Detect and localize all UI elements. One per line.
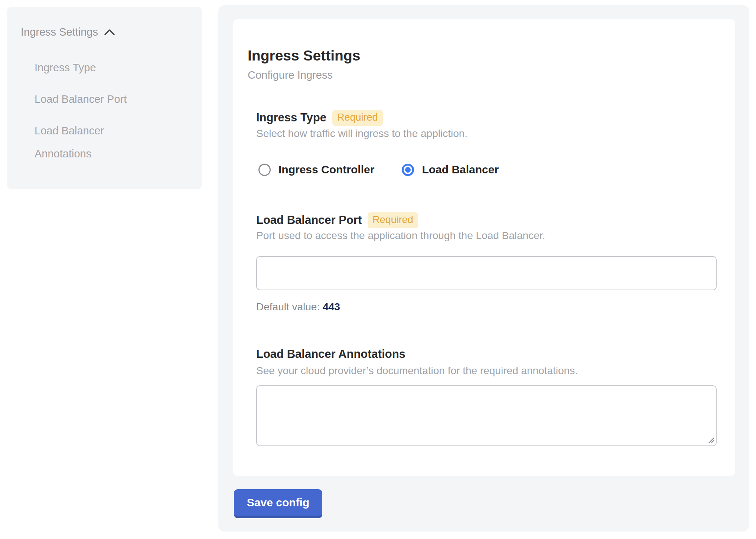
sidebar-item-load-balancer-annotations[interactable]: Load Balancer Annotations — [35, 119, 157, 165]
load-balancer-port-section-heading: Load Balancer Port Required — [256, 212, 418, 228]
ingress-type-description: Select how traffic will ingress to the a… — [256, 128, 467, 140]
load-balancer-annotations-heading-text: Load Balancer Annotations — [256, 347, 405, 361]
load-balancer-port-input[interactable] — [256, 256, 717, 290]
ingress-type-section-heading: Ingress Type Required — [256, 110, 383, 126]
radio-option-load-balancer[interactable]: Load Balancer — [402, 163, 499, 176]
load-balancer-port-description: Port used to access the application thro… — [256, 230, 545, 242]
load-balancer-annotations-description: See your cloud provider’s documentation … — [256, 365, 578, 377]
default-value-number: 443 — [323, 301, 340, 313]
resize-handle-icon[interactable] — [707, 435, 715, 444]
ingress-type-heading-text: Ingress Type — [256, 111, 326, 124]
default-value-label: Default value: — [256, 301, 320, 313]
sidebar-item-list: Ingress Type Load Balancer Port Load Bal… — [35, 56, 191, 165]
radio-option-ingress-controller[interactable]: Ingress Controller — [258, 163, 374, 176]
ingress-type-radio-group: Ingress Controller Load Balancer — [258, 163, 526, 176]
load-balancer-annotations-section-heading: Load Balancer Annotations — [256, 347, 405, 361]
ingress-settings-card: Ingress Settings Configure Ingress Ingre… — [233, 19, 735, 476]
default-value-line: Default value:443 — [256, 301, 340, 313]
settings-sidebar: Ingress Settings Ingress Type Load Balan… — [7, 7, 202, 189]
chevron-up-icon[interactable] — [104, 29, 115, 36]
radio-label-ingress-controller: Ingress Controller — [278, 163, 374, 176]
load-balancer-annotations-field — [256, 385, 717, 446]
load-balancer-port-heading-text: Load Balancer Port — [256, 213, 362, 227]
radio-selected-icon[interactable] — [402, 164, 414, 176]
save-config-button[interactable]: Save config — [234, 489, 322, 518]
required-badge: Required — [332, 110, 383, 126]
page-title: Ingress Settings — [248, 48, 360, 64]
sidebar-group-ingress-settings[interactable]: Ingress Settings — [21, 26, 191, 38]
load-balancer-annotations-textarea[interactable] — [256, 385, 717, 446]
radio-label-load-balancer: Load Balancer — [422, 163, 499, 176]
required-badge: Required — [368, 212, 418, 228]
sidebar-group-label: Ingress Settings — [21, 26, 98, 38]
page-subtitle: Configure Ingress — [248, 69, 333, 81]
sidebar-item-ingress-type[interactable]: Ingress Type — [35, 56, 157, 79]
radio-unselected-icon[interactable] — [258, 164, 271, 176]
sidebar-item-load-balancer-port[interactable]: Load Balancer Port — [35, 88, 157, 111]
